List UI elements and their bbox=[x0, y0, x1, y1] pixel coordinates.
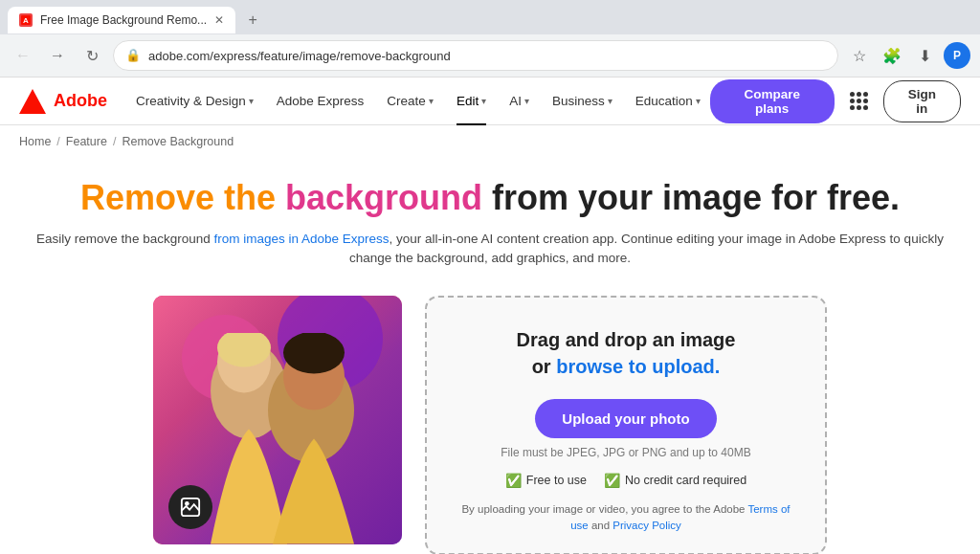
upload-photo-button[interactable]: Upload your photo bbox=[535, 399, 716, 438]
tab-favicon: A bbox=[19, 13, 33, 27]
address-bar[interactable]: 🔒 adobe.com/express/feature/image/remove… bbox=[113, 40, 838, 71]
breadcrumb: Home / Feature / Remove Background bbox=[0, 125, 980, 158]
nav-item-ai[interactable]: AI ▾ bbox=[500, 78, 539, 125]
grid-icon bbox=[850, 92, 868, 110]
chevron-down-icon: ▾ bbox=[429, 96, 434, 106]
title-background: background bbox=[285, 178, 482, 217]
demo-area: 👆 Drag and drop an image or browse to up… bbox=[29, 296, 951, 554]
download-button[interactable]: ⬇ bbox=[911, 42, 938, 69]
remove-bg-icon-overlay[interactable] bbox=[168, 485, 212, 529]
active-tab[interactable]: A Free Image Background Remo... ✕ bbox=[8, 7, 235, 33]
page-title: Remove the background from your image fo… bbox=[29, 177, 951, 218]
apps-grid-button[interactable] bbox=[846, 88, 872, 115]
main-nav: Creativity & Design ▾ Adobe Express Crea… bbox=[126, 78, 710, 125]
breadcrumb-separator: / bbox=[113, 135, 116, 148]
extensions-button[interactable]: 🧩 bbox=[879, 42, 905, 69]
demo-image bbox=[153, 296, 402, 544]
lock-icon: 🔒 bbox=[125, 48, 141, 63]
check-icon: ✅ bbox=[505, 473, 522, 488]
forward-button[interactable]: → bbox=[44, 42, 71, 69]
benefits-list: ✅ Free to use ✅ No credit card required bbox=[505, 473, 746, 488]
nav-cta: Compare plans Sign in bbox=[710, 79, 961, 123]
toolbar-actions: ☆ 🧩 ⬇ P bbox=[846, 42, 970, 69]
tab-close-button[interactable]: ✕ bbox=[214, 13, 224, 27]
title-rest: from your image for free. bbox=[482, 178, 900, 217]
nav-item-business[interactable]: Business ▾ bbox=[543, 78, 622, 125]
sign-in-button[interactable]: Sign in bbox=[883, 80, 961, 122]
breadcrumb-current: Remove Background bbox=[122, 135, 234, 148]
reload-button[interactable]: ↻ bbox=[78, 42, 105, 69]
file-hint: File must be JPEG, JPG or PNG and up to … bbox=[501, 446, 750, 459]
chevron-down-icon: ▾ bbox=[696, 96, 701, 106]
image-edit-icon bbox=[180, 497, 201, 518]
browser-toolbar: ← → ↻ 🔒 adobe.com/express/feature/image/… bbox=[0, 34, 980, 77]
nav-item-create[interactable]: Create ▾ bbox=[377, 78, 443, 125]
title-remove: Remove the bbox=[80, 178, 285, 217]
chevron-down-icon: ▾ bbox=[524, 96, 529, 106]
site-header: Adobe Creativity & Design ▾ Adobe Expres… bbox=[0, 78, 980, 125]
svg-point-10 bbox=[185, 501, 189, 506]
check-icon-2: ✅ bbox=[604, 473, 620, 488]
browse-link[interactable]: browse to upload. bbox=[556, 356, 720, 377]
main-content: Remove the background from your image fo… bbox=[0, 158, 980, 554]
adobe-logo-icon bbox=[19, 88, 46, 115]
svg-point-8 bbox=[283, 333, 345, 374]
tab-bar: A Free Image Background Remo... ✕ + bbox=[0, 0, 980, 34]
breadcrumb-separator: / bbox=[56, 135, 59, 148]
nav-item-education[interactable]: Education ▾ bbox=[626, 78, 710, 125]
address-text: adobe.com/express/feature/image/remove-b… bbox=[148, 49, 826, 63]
page-subtitle: Easily remove the background from images… bbox=[29, 230, 951, 269]
nav-item-creativity[interactable]: Creativity & Design ▾ bbox=[126, 78, 263, 125]
chevron-down-icon: ▾ bbox=[249, 96, 254, 106]
bookmark-button[interactable]: ☆ bbox=[846, 42, 873, 69]
nav-item-edit[interactable]: Edit ▾ bbox=[447, 78, 496, 125]
benefit-free: ✅ Free to use bbox=[505, 473, 587, 488]
subtitle-highlight: from images in Adobe Express bbox=[213, 232, 389, 246]
adobe-logo[interactable]: Adobe bbox=[19, 88, 107, 115]
svg-marker-2 bbox=[19, 88, 46, 113]
upload-area[interactable]: Drag and drop an image or browse to uplo… bbox=[425, 296, 827, 554]
drag-drop-text: Drag and drop an image or browse to uplo… bbox=[517, 326, 736, 380]
breadcrumb-home[interactable]: Home bbox=[19, 135, 51, 148]
browser-chrome: A Free Image Background Remo... ✕ + ← → … bbox=[0, 0, 980, 78]
chevron-down-icon: ▾ bbox=[481, 96, 486, 106]
benefit-free-text: Free to use bbox=[526, 474, 587, 487]
breadcrumb-feature[interactable]: Feature bbox=[66, 135, 107, 148]
chevron-down-icon: ▾ bbox=[608, 96, 612, 106]
image-demo: 👆 bbox=[153, 296, 402, 554]
benefit-no-cc: ✅ No credit card required bbox=[604, 473, 746, 488]
tab-title: Free Image Background Remo... bbox=[40, 13, 207, 27]
svg-text:A: A bbox=[23, 16, 29, 25]
privacy-link[interactable]: Privacy Policy bbox=[612, 520, 681, 531]
tos-text: By uploading your image or video, you ag… bbox=[456, 501, 796, 535]
nav-item-express[interactable]: Adobe Express bbox=[267, 78, 374, 125]
back-button[interactable]: ← bbox=[10, 42, 36, 69]
adobe-logo-text: Adobe bbox=[54, 91, 107, 111]
profile-button[interactable]: P bbox=[944, 42, 970, 69]
new-tab-button[interactable]: + bbox=[239, 7, 266, 33]
benefit-nocc-text: No credit card required bbox=[625, 474, 746, 487]
compare-plans-button[interactable]: Compare plans bbox=[710, 79, 835, 123]
